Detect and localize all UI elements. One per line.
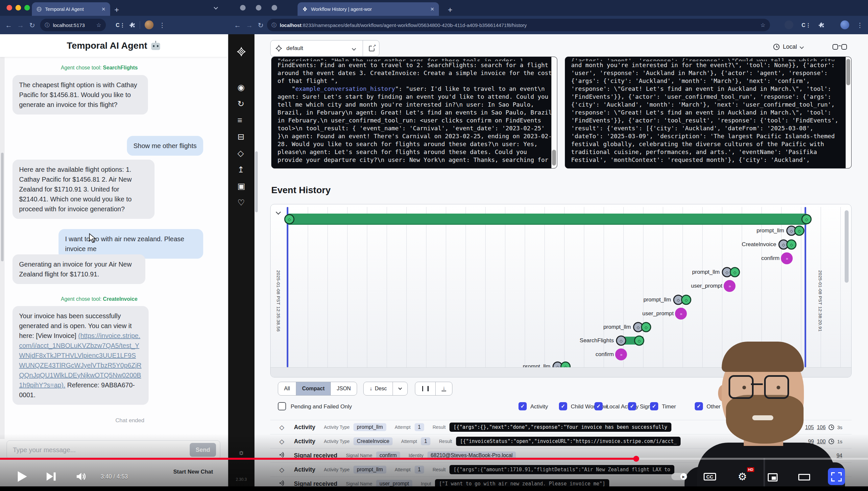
- captions-button[interactable]: CC: [704, 470, 716, 483]
- address-bar[interactable]: ⓘ localhost:8233/namespaces/default/work…: [267, 19, 770, 31]
- codec-icon[interactable]: ▣: [237, 178, 245, 194]
- bookmark-star-icon[interactable]: ☆: [96, 22, 101, 29]
- minimize-window-button[interactable]: [16, 5, 21, 10]
- bookmark-star-icon[interactable]: ☆: [761, 22, 766, 29]
- filter-checkbox-signal[interactable]: ✓: [628, 402, 636, 410]
- sort-dropdown-button[interactable]: [393, 382, 407, 395]
- tab-close-icon[interactable]: ✕: [101, 6, 105, 12]
- timeline-completed-marker[interactable]: ◇: [641, 322, 651, 333]
- zoom-window-button[interactable]: [272, 5, 277, 10]
- data-encoder-glasses-icon[interactable]: [833, 44, 847, 51]
- next-button[interactable]: [43, 469, 59, 484]
- video-playhead[interactable]: [633, 456, 639, 462]
- theater-mode-button[interactable]: [797, 471, 811, 483]
- view-all-button[interactable]: All: [278, 382, 296, 395]
- back-icon[interactable]: ←: [234, 21, 241, 29]
- invoice-link[interactable]: (https://invoice.stripe.com/i/acct_1NBOL…: [19, 332, 142, 389]
- browser-menu-icon[interactable]: ⋮: [159, 21, 165, 29]
- feedback-icon[interactable]: ♡: [237, 194, 245, 211]
- extensions-puzzle-icon[interactable]: [129, 22, 135, 28]
- timeline-scrollbar-thumb[interactable]: [845, 210, 848, 283]
- close-window-button[interactable]: [240, 5, 246, 10]
- batch-icon[interactable]: ≡: [237, 112, 245, 128]
- schedules-icon[interactable]: ↻: [237, 95, 245, 112]
- forward-icon[interactable]: →: [246, 21, 253, 29]
- close-window-button[interactable]: [7, 5, 12, 10]
- fullscreen-button[interactable]: [830, 470, 843, 483]
- code-scrollbar[interactable]: [846, 57, 851, 168]
- site-info-icon[interactable]: ⓘ: [45, 22, 50, 28]
- timeline-completed-marker[interactable]: ◇: [634, 336, 644, 346]
- volume-icon[interactable]: [73, 469, 89, 484]
- play-button[interactable]: [14, 469, 30, 484]
- filter-checkbox-child-workflow[interactable]: ✓: [559, 402, 567, 410]
- workflow-start-marker[interactable]: ◇: [284, 214, 294, 225]
- event-id-link[interactable]: 105: [805, 425, 814, 430]
- timeline-completed-marker[interactable]: ◇: [730, 267, 740, 278]
- chat-scrollbar-thumb[interactable]: [1, 153, 4, 261]
- autoplay-toggle[interactable]: [671, 473, 687, 480]
- chat-scrollbar[interactable]: [0, 57, 5, 439]
- temporal-logo-icon[interactable]: [237, 47, 246, 57]
- timeline-signal-marker[interactable]: »: [724, 280, 736, 292]
- new-tab-button[interactable]: +: [115, 5, 119, 15]
- workflow-execution-bar[interactable]: [288, 213, 807, 225]
- extension-icon[interactable]: [784, 21, 794, 29]
- code-scrollbar[interactable]: [551, 57, 557, 168]
- profile-avatar[interactable]: [145, 21, 154, 29]
- chevron-down-icon[interactable]: [352, 47, 356, 51]
- back-icon[interactable]: ←: [5, 21, 12, 29]
- open-in-new-icon[interactable]: [369, 46, 374, 51]
- view-json-button[interactable]: JSON: [331, 382, 357, 395]
- event-id-link[interactable]: 100: [817, 439, 826, 444]
- new-tab-button[interactable]: +: [448, 5, 453, 15]
- collapse-timeline-chevron-icon[interactable]: [276, 210, 281, 215]
- start-new-chat-link[interactable]: Start New Chat: [173, 469, 213, 475]
- page-scrollbar-thumb[interactable]: [255, 151, 258, 212]
- archive-icon[interactable]: ⊟: [237, 128, 245, 145]
- settings-gear-icon[interactable]: ⚙ HD: [735, 469, 750, 484]
- view-compact-button[interactable]: Compact: [296, 382, 331, 395]
- timezone-select[interactable]: Local: [773, 44, 803, 50]
- timeline-completed-marker[interactable]: ◇: [794, 226, 805, 236]
- timeline-signal-marker[interactable]: »: [615, 348, 627, 360]
- reload-icon[interactable]: ↻: [29, 21, 35, 29]
- workflow-end-marker[interactable]: ◇: [802, 214, 812, 225]
- extension-icon[interactable]: C⋮: [116, 22, 126, 28]
- deployments-icon[interactable]: ◇: [237, 145, 245, 161]
- site-info-icon[interactable]: ⓘ: [272, 22, 277, 28]
- tab-close-icon[interactable]: ✕: [430, 6, 434, 12]
- download-history-button[interactable]: ↓: [436, 382, 452, 395]
- reload-icon[interactable]: ↻: [258, 21, 264, 29]
- timeline-completed-marker[interactable]: ◇: [681, 295, 691, 305]
- pause-button[interactable]: [415, 382, 436, 395]
- tab-overflow-chevron-icon[interactable]: [214, 5, 218, 9]
- timeline-signal-marker[interactable]: »: [675, 308, 687, 320]
- browser-menu-icon[interactable]: ⋮: [857, 21, 863, 29]
- filter-checkbox-other[interactable]: ✓: [695, 402, 703, 410]
- message-input[interactable]: [13, 441, 184, 459]
- minimize-window-button[interactable]: [256, 5, 261, 10]
- miniplayer-button[interactable]: [766, 470, 779, 484]
- address-bar[interactable]: ⓘ localhost:5173 ☆: [40, 19, 106, 31]
- timeline-scheduled-marker[interactable]: ◇: [616, 336, 626, 346]
- workflows-icon[interactable]: ◉: [237, 79, 245, 95]
- video-progress-played[interactable]: [0, 458, 636, 460]
- timeline-signal-marker[interactable]: »: [781, 252, 793, 264]
- send-button[interactable]: Send: [190, 443, 216, 457]
- import-icon[interactable]: ↥: [237, 161, 245, 178]
- timeline-completed-marker[interactable]: ◇: [786, 239, 797, 250]
- filter-checkbox-timer[interactable]: ✓: [650, 402, 658, 410]
- extension-icon[interactable]: C⋮: [802, 22, 811, 28]
- profile-avatar[interactable]: [840, 21, 849, 29]
- tab-workflow-history[interactable]: Workflow History | agent-wor ✕: [298, 2, 439, 16]
- filter-checkbox-local-activity[interactable]: ✓: [594, 402, 603, 410]
- theme-toggle-icon[interactable]: ☼: [228, 448, 254, 457]
- tab-temporal-ai-agent[interactable]: Temporal AI Agent ✕: [32, 2, 110, 16]
- sort-desc-button[interactable]: ↓Desc: [364, 382, 393, 395]
- filter-checkbox-activity[interactable]: ✓: [519, 402, 527, 410]
- pending-failed-checkbox[interactable]: [278, 402, 286, 410]
- event-id-link[interactable]: 106: [817, 425, 826, 430]
- extensions-puzzle-icon[interactable]: [818, 22, 825, 28]
- zoom-window-button[interactable]: [24, 5, 30, 10]
